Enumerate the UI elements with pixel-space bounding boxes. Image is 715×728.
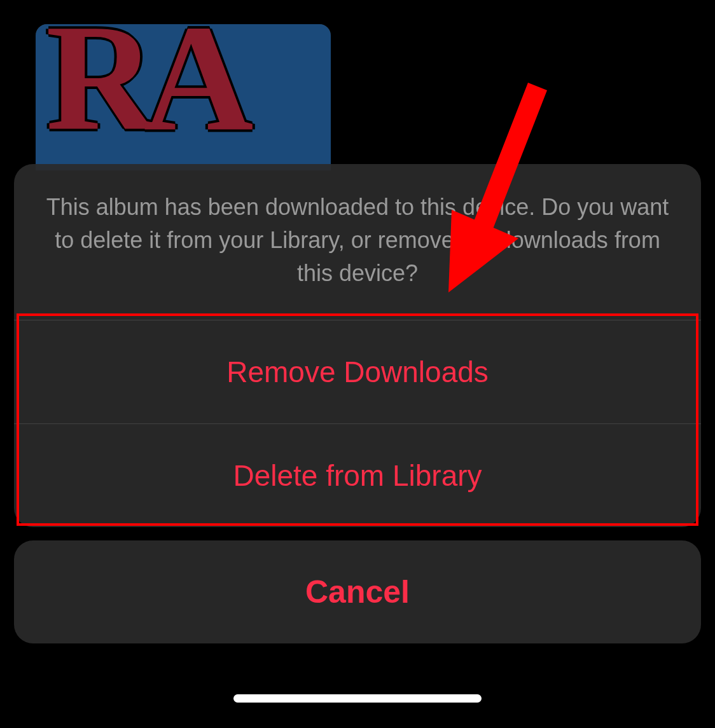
album-artwork-bg: RA — [36, 24, 331, 170]
home-indicator[interactable] — [233, 694, 482, 703]
delete-from-library-button[interactable]: Delete from Library — [14, 424, 701, 527]
cancel-container: Cancel — [14, 540, 701, 643]
album-artwork: RA — [36, 24, 331, 170]
action-sheet: This album has been downloaded to this d… — [14, 164, 701, 527]
album-artwork-text: RA — [46, 24, 241, 142]
remove-downloads-button[interactable]: Remove Downloads — [14, 320, 701, 423]
action-sheet-message: This album has been downloaded to this d… — [14, 164, 701, 320]
cancel-button[interactable]: Cancel — [14, 540, 701, 643]
